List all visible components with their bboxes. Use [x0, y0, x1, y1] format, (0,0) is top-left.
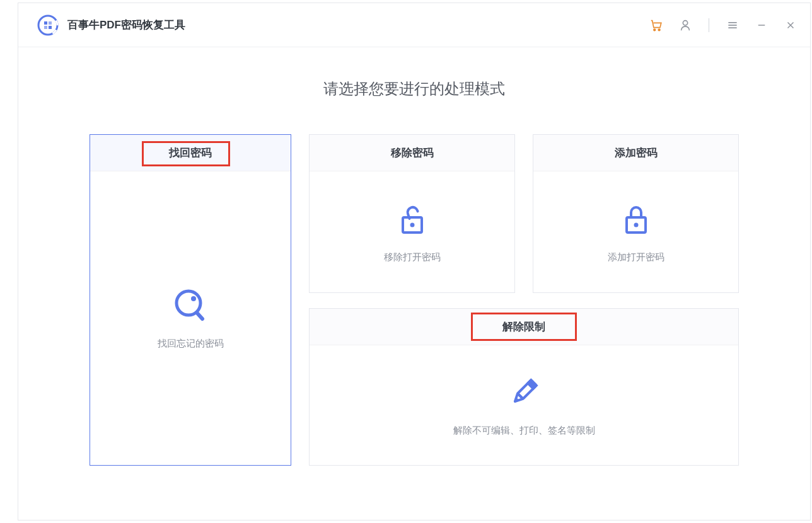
column-right: 移除密码 移除打开密码 — [309, 134, 739, 466]
svg-point-6 — [654, 28, 656, 30]
card-add-desc: 添加打开密码 — [608, 251, 664, 263]
main-content: 请选择您要进行的处理模式 找回密码 — [18, 47, 810, 520]
titlebar: 百事牛PDF密码恢复工具 — [18, 3, 810, 47]
card-unrestrict-body: 解除不可编辑、打印、签名等限制 — [310, 345, 738, 465]
svg-point-16 — [191, 296, 196, 301]
card-recover-desc: 找回忘记的密码 — [158, 338, 224, 350]
lock-icon — [618, 201, 654, 238]
card-recover-title: 找回密码 — [169, 146, 212, 160]
svg-rect-22 — [528, 380, 536, 388]
magnifier-icon — [172, 287, 209, 324]
app-logo-icon — [37, 14, 59, 36]
app-title: 百事牛PDF密码恢复工具 — [67, 18, 185, 32]
card-recover-body: 找回忘记的密码 — [90, 171, 291, 465]
card-add-body: 添加打开密码 — [533, 171, 738, 292]
svg-rect-2 — [44, 21, 47, 25]
svg-rect-3 — [49, 21, 52, 25]
card-remove-desc: 移除打开密码 — [384, 251, 441, 263]
row-top: 移除密码 移除打开密码 — [309, 134, 739, 293]
svg-rect-4 — [44, 26, 47, 29]
card-remove-restriction[interactable]: 解除限制 — [309, 308, 739, 466]
card-unrestrict-header: 解除限制 — [310, 309, 738, 345]
svg-point-1 — [37, 14, 59, 36]
column-left: 找回密码 找回忘记的密码 — [90, 134, 291, 466]
svg-rect-5 — [49, 26, 52, 29]
card-add-password[interactable]: 添加密码 添加打开密码 — [533, 134, 739, 293]
cards-area: 找回密码 找回忘记的密码 — [90, 134, 739, 466]
card-add-title: 添加密码 — [615, 146, 658, 160]
cart-icon[interactable] — [649, 18, 663, 32]
titlebar-separator — [709, 18, 709, 32]
titlebar-left: 百事牛PDF密码恢复工具 — [37, 14, 185, 36]
card-unrestrict-desc: 解除不可编辑、打印、签名等限制 — [453, 425, 595, 437]
card-recover-header: 找回密码 — [90, 135, 291, 171]
menu-icon[interactable] — [726, 18, 740, 32]
pencil-icon — [506, 374, 542, 411]
minimize-icon[interactable] — [755, 18, 768, 32]
app-window: 百事牛PDF密码恢复工具 — [18, 3, 811, 520]
close-icon[interactable] — [784, 18, 798, 32]
card-remove-body: 移除打开密码 — [310, 171, 514, 292]
svg-point-7 — [658, 28, 660, 30]
card-remove-password[interactable]: 移除密码 移除打开密码 — [309, 134, 515, 293]
page-title: 请选择您要进行的处理模式 — [323, 79, 505, 99]
svg-point-20 — [634, 222, 638, 227]
unlock-icon — [394, 201, 431, 238]
card-remove-title: 移除密码 — [391, 146, 434, 160]
user-icon[interactable] — [678, 18, 692, 32]
svg-point-8 — [683, 20, 687, 25]
card-remove-header: 移除密码 — [310, 135, 514, 171]
card-add-header: 添加密码 — [533, 135, 738, 171]
titlebar-right — [649, 18, 798, 32]
card-unrestrict-title: 解除限制 — [502, 319, 545, 334]
svg-point-18 — [410, 222, 414, 227]
card-recover-password[interactable]: 找回密码 找回忘记的密码 — [90, 134, 291, 466]
